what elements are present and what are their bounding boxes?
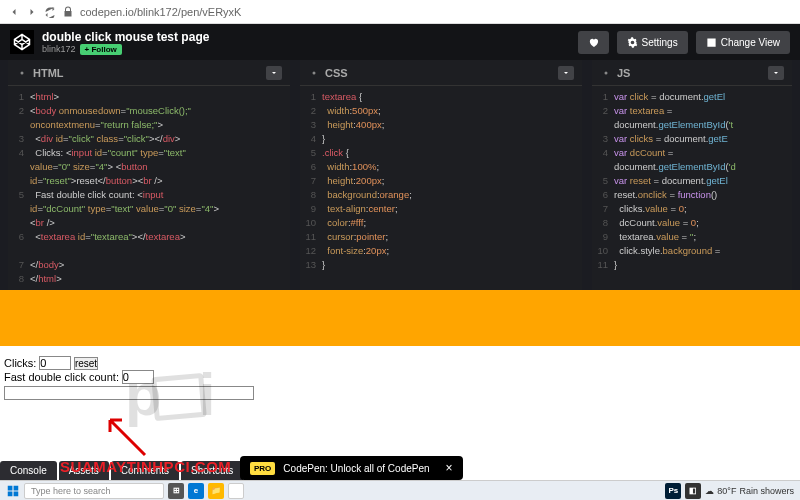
heart-icon [588, 37, 599, 48]
editor-panels: HTML 12345678 <html> <body onmousedown="… [0, 60, 800, 290]
back-icon[interactable] [8, 6, 20, 18]
clicks-label: Clicks: [4, 357, 36, 369]
gear-icon[interactable] [308, 67, 320, 79]
html-panel: HTML 12345678 <html> <body onmousedown="… [8, 60, 290, 290]
gear-icon [627, 37, 638, 48]
settings-button[interactable]: Settings [617, 31, 688, 54]
taskbar-search[interactable]: Type here to search [24, 483, 164, 499]
codepen-header: double click mouse test page blink172 + … [0, 24, 800, 60]
panel-label: JS [617, 67, 763, 79]
css-panel: CSS 12345678910111213 textarea { width:5… [300, 60, 582, 290]
change-view-button[interactable]: Change View [696, 31, 790, 54]
svg-point-0 [21, 71, 24, 74]
panel-label: HTML [33, 67, 261, 79]
dc-input[interactable] [122, 370, 154, 384]
panel-menu-button[interactable] [558, 66, 574, 80]
watermark-text: SUAMAYTINHPCI.COM [60, 458, 231, 475]
layout-icon [706, 37, 717, 48]
clicks-input[interactable] [39, 356, 71, 370]
svg-point-2 [605, 71, 608, 74]
chevron-down-icon [562, 69, 570, 77]
pen-author[interactable]: blink172 [42, 44, 76, 54]
task-icon[interactable]: ⊞ [168, 483, 184, 499]
promo-text: CodePen: Unlock all of CodePen [283, 463, 429, 474]
tab-console[interactable]: Console [0, 461, 57, 480]
panel-label: CSS [325, 67, 553, 79]
edge-icon[interactable]: e [188, 483, 204, 499]
weather-widget[interactable]: ☁80°F Rain showers [705, 486, 794, 496]
browser-address-bar: codepen.io/blink172/pen/vERyxK [0, 0, 800, 24]
windows-taskbar: Type here to search ⊞ e 📁 ◉ Ps ◧ ☁80°F R… [0, 480, 800, 500]
css-editor[interactable]: 12345678910111213 textarea { width:500px… [300, 86, 582, 290]
click-area[interactable] [0, 290, 800, 346]
pen-title: double click mouse test page [42, 30, 570, 44]
panel-menu-button[interactable] [768, 66, 784, 80]
explorer-icon[interactable]: 📁 [208, 483, 224, 499]
close-icon[interactable]: × [446, 461, 453, 475]
html-editor[interactable]: 12345678 <html> <body onmousedown="mouse… [8, 86, 290, 290]
gear-icon[interactable] [600, 67, 612, 79]
app-icon[interactable]: ◧ [685, 483, 701, 499]
js-editor[interactable]: 123456789101113 var click = document.get… [592, 86, 792, 290]
photoshop-icon[interactable]: Ps [665, 483, 681, 499]
dc-label: Fast double click count: [4, 371, 119, 383]
codepen-logo[interactable] [10, 30, 34, 54]
annotation-arrow [100, 410, 150, 464]
love-button[interactable] [578, 31, 609, 54]
lock-icon [62, 6, 74, 18]
url-text[interactable]: codepen.io/blink172/pen/vERyxK [80, 6, 241, 18]
chevron-down-icon [270, 69, 278, 77]
reset-button[interactable]: reset [74, 357, 98, 370]
windows-start-icon[interactable] [6, 484, 20, 498]
chrome-icon[interactable]: ◉ [228, 483, 244, 499]
preview-pane: Clicks: reset Fast double click count: [0, 290, 800, 420]
forward-icon[interactable] [26, 6, 38, 18]
chevron-down-icon [772, 69, 780, 77]
reload-icon[interactable] [44, 6, 56, 18]
panel-menu-button[interactable] [266, 66, 282, 80]
pro-badge: PRO [250, 462, 275, 475]
promo-banner[interactable]: PRO CodePen: Unlock all of CodePen × [240, 456, 463, 480]
svg-point-1 [313, 71, 316, 74]
textarea-preview[interactable] [4, 386, 254, 400]
follow-button[interactable]: + Follow [80, 44, 122, 55]
js-panel: JS 123456789101113 var click = document.… [592, 60, 792, 290]
gear-icon[interactable] [16, 67, 28, 79]
